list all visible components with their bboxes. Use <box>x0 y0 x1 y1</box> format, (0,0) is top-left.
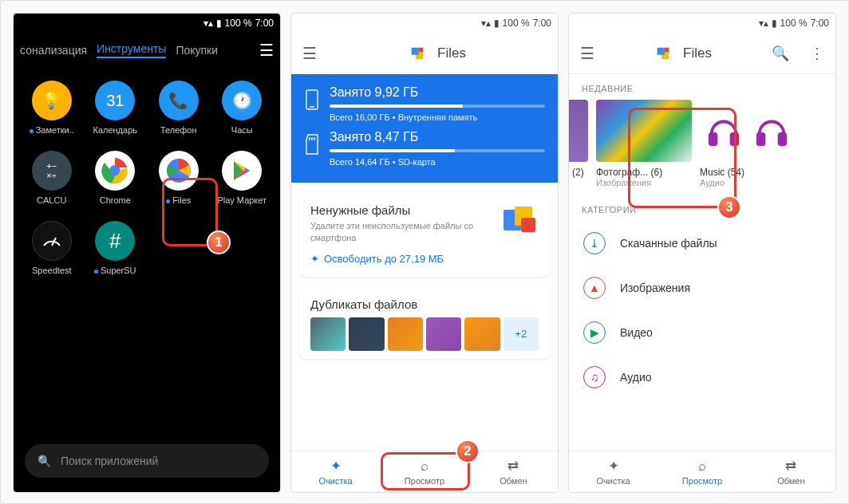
app-files[interactable]: Files <box>150 151 207 205</box>
storage-sd[interactable]: Занято 8,47 ГБ Всего 14,64 ГБ • SD-карта <box>304 130 545 167</box>
recent-row[interactable]: ma... (2) Фотограф... (6) Изображения Mu… <box>569 100 835 187</box>
menu-icon[interactable]: ☰ <box>580 44 594 63</box>
signal-icon: ▾▴ <box>759 18 768 29</box>
battery-icon: ▮ <box>772 18 777 29</box>
menu-icon[interactable]: ☰ <box>302 44 317 63</box>
nav-clean[interactable]: ✦Очистка <box>291 451 380 492</box>
bottom-nav: ✦Очистка ⌕Просмотр ⇄Обмен <box>291 451 558 492</box>
status-bar: ▾▴ ▮ 100 % 7:00 <box>291 14 558 33</box>
dup-thumb[interactable] <box>388 317 423 351</box>
app-speedtest[interactable]: Speedtest <box>23 221 81 275</box>
tab-personalization[interactable]: сонализация <box>20 44 87 57</box>
sd-card-icon <box>304 133 320 156</box>
battery-pct: 100 % <box>503 18 530 29</box>
free-up-button[interactable]: ✦ Освободить до 27,19 МБ <box>310 253 444 265</box>
battery-pct: 100 % <box>225 18 252 29</box>
app-supersu[interactable]: #SuperSU <box>87 221 144 275</box>
internal-bar <box>330 104 463 108</box>
nav-clean[interactable]: ✦Очистка <box>569 451 657 492</box>
tab-shopping[interactable]: Покупки <box>176 44 218 57</box>
browse-icon: ⌕ <box>698 459 706 474</box>
files-logo-icon <box>409 45 426 62</box>
screen-files-browse: ▾▴ ▮ 100 % 7:00 ☰ Files 🔍 ⋮ НЕДАВНИЕ ma.… <box>569 14 835 492</box>
category-audio[interactable]: ♫Аудио <box>569 355 835 400</box>
screen-files-clean: ▾▴ ▮ 100 % 7:00 ☰ Files Занято 9,92 ГБ В… <box>291 14 558 492</box>
categories-label: КАТЕГОРИИ <box>569 195 835 221</box>
app-calendar[interactable]: 31Календарь <box>87 81 144 135</box>
recent-thumb-audio <box>700 100 796 162</box>
nav-browse[interactable]: ⌕Просмотр <box>657 451 746 492</box>
dup-thumb[interactable] <box>426 317 461 351</box>
clock: 7:00 <box>255 18 274 29</box>
app-notes[interactable]: 💡Заметки.. <box>23 81 81 135</box>
dup-thumb[interactable] <box>464 317 500 351</box>
junk-illustration-icon <box>499 203 539 235</box>
category-video[interactable]: ▶Видео <box>569 310 835 355</box>
category-images[interactable]: ▲Изображения <box>569 266 835 310</box>
svg-rect-12 <box>710 134 717 144</box>
download-icon: ⤓ <box>583 232 606 254</box>
app-play-market[interactable]: Play Маркет <box>214 151 271 205</box>
nav-share[interactable]: ⇄Обмен <box>469 451 558 492</box>
image-icon: ▲ <box>583 277 606 299</box>
search-apps[interactable]: 🔍 Поиск приложений <box>25 444 269 478</box>
nav-share[interactable]: ⇄Обмен <box>747 451 835 492</box>
dup-thumb[interactable] <box>310 317 346 351</box>
status-bar: ▾▴ ▮ 100 % 7:00 <box>14 14 280 33</box>
category-downloads[interactable]: ⤓Скачанные файлы <box>569 221 835 266</box>
headphones-icon <box>705 112 742 149</box>
headphones-icon <box>753 112 790 149</box>
recent-item-music[interactable]: Music (54) Аудио <box>700 100 796 187</box>
categories-list: ⤓Скачанные файлы ▲Изображения ▶Видео ♫Ау… <box>569 221 835 400</box>
sd-bar <box>330 149 455 152</box>
dup-more[interactable]: +2 <box>503 317 539 351</box>
recent-thumb <box>596 100 692 162</box>
recent-item[interactable]: ma... (2) <box>569 100 588 187</box>
app-phone[interactable]: 📞Телефон <box>150 81 207 135</box>
storage-internal[interactable]: Занято 9,92 ГБ Всего 16,00 ГБ • Внутренн… <box>304 85 545 122</box>
dup-thumbnails: +2 <box>310 317 539 351</box>
bottom-nav: ✦Очистка ⌕Просмотр ⇄Обмен <box>569 451 835 492</box>
overflow-menu-icon[interactable]: ⋮ <box>810 45 824 62</box>
search-icon[interactable]: 🔍 <box>772 45 789 62</box>
app-title: Files <box>683 45 712 61</box>
battery-icon: ▮ <box>216 18 222 29</box>
internal-used: Занято 9,92 ГБ <box>330 85 545 100</box>
browse-icon: ⌕ <box>421 459 428 474</box>
nav-browse[interactable]: ⌕Просмотр <box>380 451 468 492</box>
battery-pct: 100 % <box>780 18 808 29</box>
signal-icon: ▾▴ <box>203 18 213 29</box>
svg-rect-13 <box>732 134 738 144</box>
junk-files-card: Ненужные файлы Удалите эти неиспользуемы… <box>299 192 550 277</box>
app-chrome[interactable]: Chrome <box>87 151 144 205</box>
app-header: ☰ Files <box>291 33 558 74</box>
dup-thumb[interactable] <box>349 317 384 351</box>
phone-storage-icon <box>304 89 320 111</box>
tab-tools[interactable]: Инструменты <box>97 42 166 58</box>
recent-thumb <box>569 100 588 162</box>
app-clock[interactable]: 🕐Часы <box>214 81 271 135</box>
headphones-icon: ♫ <box>583 366 606 388</box>
sparkle-icon: ✦ <box>608 458 619 474</box>
dups-title: Дубликаты файлов <box>310 297 539 311</box>
sd-sub: Всего 14,64 ГБ • SD-карта <box>330 157 545 167</box>
step-badge-2: 2 <box>456 439 480 463</box>
junk-sub: Удалите эти неиспользуемые файлы со смар… <box>310 220 491 245</box>
step-badge-1: 1 <box>207 230 231 254</box>
recent-label: НЕДАВНИЕ <box>569 74 835 100</box>
recent-item-photos[interactable]: Фотограф... (6) Изображения <box>596 100 692 187</box>
category-tabs: сонализация Инструменты Покупки ☰ <box>14 33 280 68</box>
menu-icon[interactable]: ☰ <box>259 41 274 60</box>
files-logo-icon <box>654 45 672 62</box>
svg-rect-14 <box>758 134 764 144</box>
clock: 7:00 <box>811 18 829 29</box>
sparkle-icon: ✦ <box>330 458 342 474</box>
clock: 7:00 <box>533 18 551 29</box>
sd-used: Занято 8,47 ГБ <box>330 130 545 144</box>
battery-icon: ▮ <box>494 18 500 29</box>
junk-title: Ненужные файлы <box>310 203 491 217</box>
search-placeholder: Поиск приложений <box>61 455 158 467</box>
app-calcu[interactable]: +−×÷CALCU <box>23 151 81 205</box>
sparkle-icon: ✦ <box>310 253 319 265</box>
share-icon: ⇄ <box>507 458 519 474</box>
